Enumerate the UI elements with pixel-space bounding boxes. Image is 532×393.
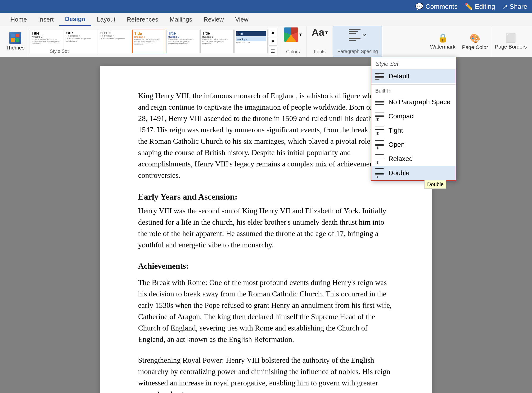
dropdown-item-relaxed[interactable]: Relaxed (371, 152, 456, 166)
colors-label: Colors (286, 49, 300, 55)
page-color-button[interactable]: 🎨 Page Color (458, 26, 492, 57)
double-icon (375, 168, 385, 178)
built-in-label: Built-In (371, 85, 456, 95)
doc-paragraph-4: Strengthening Royal Power: Henry VIII bo… (138, 354, 394, 393)
relaxed-icon (375, 154, 385, 164)
comments-icon: 💬 (415, 3, 423, 10)
ribbon-content: Themes Title Heading 1 On the Insert tab… (0, 26, 532, 57)
chevron-down-icon: ▾ (299, 31, 302, 38)
paragraph-spacing-label: Paragraph Spacing (337, 49, 378, 55)
relaxed-label: Relaxed (388, 155, 413, 163)
no-paragraph-space-label: No Paragraph Space (388, 98, 451, 106)
tab-home[interactable]: Home (5, 13, 32, 26)
themes-label: Themes (6, 45, 24, 51)
dropdown-item-tight[interactable]: Tight (371, 123, 456, 138)
share-button[interactable]: ↗ Share (502, 3, 527, 10)
dropdown-divider-1 (371, 84, 456, 84)
tab-insert[interactable]: Insert (32, 13, 59, 26)
tab-mailings[interactable]: Mailings (164, 13, 198, 26)
tight-label: Tight (388, 127, 403, 134)
tab-view[interactable]: View (229, 13, 254, 26)
default-spacing-icon (375, 72, 385, 81)
double-label: Double (388, 169, 410, 177)
no-para-space-icon (375, 97, 385, 107)
watermark-icon: 🔒 (438, 33, 448, 43)
watermark-button[interactable]: 🔒 Watermark (427, 26, 458, 57)
svg-rect-1 (16, 34, 20, 37)
style-thumb-6[interactable]: Title Heading 2 On the Insert tab, the g… (200, 29, 234, 53)
dropdown-item-open[interactable]: Open (371, 138, 456, 152)
paragraph-spacing-icon (349, 29, 361, 41)
paragraph-spacing-dropdown: Style Set Default Built-In No Paragraph … (371, 57, 456, 181)
compact-label: Compact (388, 113, 415, 120)
editing-button[interactable]: ✏️ Editing (465, 3, 495, 10)
svg-rect-3 (16, 38, 20, 42)
fonts-label: Fonts (314, 49, 326, 55)
style-thumbs-group: Title Heading 1 On the Insert tab, the g… (28, 26, 279, 57)
comments-button[interactable]: 💬 Comments (415, 3, 457, 10)
page-borders-label: Page Borders (495, 44, 527, 50)
style-set-label: Style Set (50, 49, 69, 55)
doc-heading-early-years: Early Years and Ascension: (138, 190, 394, 203)
style-thumb-4[interactable]: Title Heading 1 On the Insert tab, the g… (132, 29, 165, 53)
dropdown-item-compact[interactable]: Compact (371, 109, 456, 123)
fonts-group: Aa ▾ Fonts (307, 26, 333, 57)
style-scroll-up[interactable]: ▲ (268, 28, 277, 36)
fonts-icon: Aa (312, 27, 324, 37)
style-scroll-down[interactable]: ▼ (268, 37, 277, 46)
title-bar: 💬 Comments ✏️ Editing ↗ Share (0, 0, 532, 13)
colors-group: ▾ Colors (279, 26, 307, 57)
open-icon (375, 140, 385, 149)
fonts-button[interactable]: Aa ▾ (312, 27, 328, 37)
tab-references[interactable]: References (121, 13, 164, 26)
style-thumb-5[interactable]: Title Heading 1 On the Insert tab, the g… (166, 29, 199, 53)
editing-icon: ✏️ (465, 3, 473, 10)
themes-icon (9, 32, 21, 44)
doc-paragraph-1: King Henry VIII, the infamous monarch of… (138, 90, 394, 181)
open-label: Open (388, 141, 405, 148)
page-color-label: Page Color (462, 44, 488, 50)
tab-layout[interactable]: Layout (91, 13, 121, 26)
ribbon-tabs: Home Insert Design Layout References Mai… (0, 13, 532, 26)
chevron-down-icon-2: ▾ (325, 29, 328, 35)
paragraph-spacing-group: Paragraph Spacing (333, 26, 382, 57)
page-borders-button[interactable]: ⬜ Page Borders (492, 26, 530, 57)
colors-swatch (284, 27, 298, 42)
share-icon: ↗ (502, 3, 508, 10)
compact-icon (375, 112, 385, 121)
dropdown-style-set-label: Style Set (371, 57, 456, 69)
page-color-icon: 🎨 (469, 32, 481, 44)
colors-button[interactable]: ▾ (284, 27, 302, 42)
style-thumb-3[interactable]: TITLE HEADING 1 On the Insert tab, the g… (98, 29, 131, 53)
style-thumb-7[interactable]: Title Heading 1 On the Insert tab (234, 29, 268, 53)
tab-review[interactable]: Review (198, 13, 229, 26)
themes-group: Themes (2, 26, 28, 57)
page-borders-icon: ⬜ (506, 33, 516, 43)
style-thumb-2[interactable]: Title HEADING 1 On the Insert tab, the g… (64, 29, 97, 53)
dropdown-item-double[interactable]: Double Double (371, 166, 456, 180)
chevron-down-icon-3 (362, 33, 367, 37)
watermark-label: Watermark (430, 44, 456, 50)
dropdown-default-item[interactable]: Default (371, 69, 456, 83)
paragraph-spacing-button[interactable] (344, 28, 371, 42)
doc-subheading-achievements: Achievements: (138, 260, 394, 272)
svg-rect-2 (11, 38, 15, 42)
double-tooltip: Double (424, 180, 446, 189)
doc-paragraph-3: The Break with Rome: One of the most pro… (138, 277, 394, 345)
style-more[interactable]: ☰ (268, 47, 277, 55)
doc-paragraph-2: Henry VIII was the second son of King He… (138, 205, 394, 251)
default-label: Default (388, 73, 410, 80)
svg-rect-0 (11, 34, 15, 37)
tight-icon (375, 126, 385, 135)
themes-button[interactable]: Themes (6, 32, 24, 51)
dropdown-item-no-paragraph-space[interactable]: No Paragraph Space (371, 95, 456, 109)
tab-design[interactable]: Design (59, 13, 91, 26)
